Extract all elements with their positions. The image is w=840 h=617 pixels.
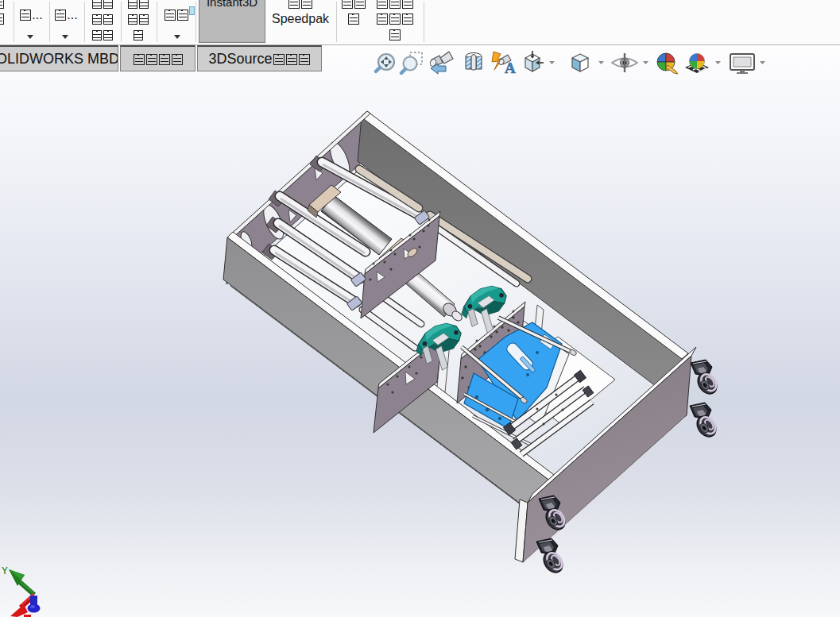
svg-text:A: A	[505, 60, 516, 76]
